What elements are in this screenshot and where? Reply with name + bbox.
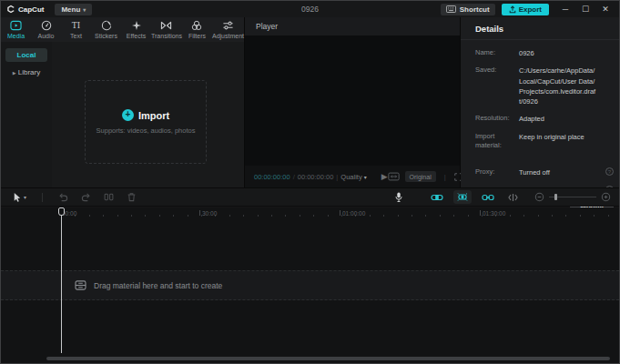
keyboard-icon: [446, 5, 456, 13]
media-icon: [10, 20, 22, 31]
ratio-original-button[interactable]: Original: [405, 171, 436, 182]
chevron-down-icon: ▾: [24, 194, 26, 200]
cursor-icon: [12, 192, 22, 203]
player-header: Player: [245, 17, 460, 35]
tab-stickers[interactable]: Stickers: [91, 17, 121, 42]
player-viewport[interactable]: [245, 35, 460, 166]
timeline-toolbar: ▾: [1, 187, 619, 207]
tab-adjustment[interactable]: Adjustment: [212, 17, 244, 42]
tab-effects[interactable]: Effects: [121, 17, 151, 42]
project-title: 0926: [301, 5, 319, 14]
close-button[interactable]: ✕: [595, 5, 615, 14]
import-hint: Supports: videos, audios, photos: [97, 126, 196, 135]
import-label: Import: [138, 110, 169, 121]
detail-label: Proxy:: [475, 167, 515, 177]
zoom-out-icon[interactable]: [534, 192, 544, 202]
plus-icon: +: [122, 109, 134, 121]
zoom-slider-thumb[interactable]: [554, 194, 557, 200]
player-controls: 00:00:00:00 / 00:00:00:00 | Quality ▾ ▶ …: [245, 166, 460, 187]
player-panel: Player 00:00:00:00 / 00:00:00:00 | Quali…: [245, 17, 461, 187]
audio-icon: [41, 20, 52, 31]
current-time: 00:00:00:00: [254, 173, 290, 181]
detail-value-resolution: Adapted: [519, 114, 597, 124]
export-button[interactable]: Export: [502, 4, 549, 15]
tab-audio[interactable]: Audio: [31, 17, 61, 42]
ruler-mark: 01:00:00: [340, 210, 365, 217]
media-panel: Media Audio TI Text Stickers: [1, 17, 245, 187]
timeline-zoom-control: [534, 192, 611, 202]
chevron-down-icon: ▾: [364, 174, 367, 180]
tab-transitions[interactable]: Transitions: [151, 17, 182, 42]
capcut-window: CapCut Menu ▾ 0926 Shortcut Export ─ ☐: [0, 0, 620, 364]
export-icon: [509, 5, 516, 14]
detail-value-proxy: Turned off: [519, 167, 597, 177]
titlebar: CapCut Menu ▾ 0926 Shortcut Export ─ ☐: [1, 1, 619, 17]
chevron-right-icon: ▶: [13, 70, 16, 76]
linkage-toggle[interactable]: [479, 191, 497, 204]
menu-button[interactable]: Menu ▾: [55, 4, 92, 15]
detail-label: Name:: [475, 48, 515, 58]
sticker-icon: [101, 20, 112, 31]
details-panel: Details Name: 0926 Saved: C:/Users/carhe…: [461, 17, 620, 187]
sidebar-item-library[interactable]: ▶ Library: [5, 66, 47, 79]
capcut-logo: CapCut: [6, 5, 44, 14]
total-duration: 00:00:00:00: [298, 173, 334, 181]
tab-text[interactable]: TI Text: [61, 17, 91, 42]
play-button[interactable]: ▶: [381, 172, 388, 181]
playhead[interactable]: [58, 207, 65, 353]
maximize-button[interactable]: ☐: [575, 5, 595, 14]
main-track-magnet-toggle[interactable]: [428, 191, 446, 204]
preview-axis-toggle[interactable]: [504, 191, 522, 204]
media-sidebar: Local ▶ Library: [1, 42, 52, 187]
detail-value-name: 0926: [519, 48, 597, 58]
clip-icon: [75, 280, 86, 290]
undo-button[interactable]: [56, 192, 71, 202]
detail-value-import-material: Keep in original place: [519, 132, 597, 142]
player-title: Player: [256, 22, 278, 31]
zoom-in-icon[interactable]: [601, 192, 611, 202]
redo-button[interactable]: [78, 192, 94, 202]
split-button[interactable]: [101, 192, 117, 202]
minimize-button[interactable]: ─: [555, 5, 575, 14]
microphone-icon: [394, 191, 403, 203]
auto-preview-toggle[interactable]: [453, 190, 472, 204]
detail-value-saved-path: C:/Users/carhe/AppData/Local/CapCut/User…: [519, 66, 597, 106]
ratio-icon[interactable]: [388, 172, 400, 181]
filters-icon: [191, 20, 202, 31]
playhead-line: [61, 215, 62, 353]
tab-filters[interactable]: Filters: [182, 17, 212, 42]
asset-tabbar: Media Audio TI Text Stickers: [1, 17, 244, 42]
detail-label: Resolution:: [475, 114, 515, 124]
info-icon[interactable]: ?: [605, 167, 614, 176]
record-voiceover-button[interactable]: [391, 191, 406, 203]
zoom-slider[interactable]: [549, 197, 596, 197]
timeline-empty-hint: Drag material here and start to create: [94, 281, 222, 290]
timeline[interactable]: 00:00 30:00 01:00:00 01:30:00 Drag mater…: [1, 207, 619, 363]
divider: [42, 193, 43, 202]
media-content: + Import Supports: videos, audios, photo…: [52, 42, 244, 187]
detail-label: Import material:: [475, 132, 515, 152]
tab-media[interactable]: Media: [1, 17, 31, 42]
chevron-down-icon: ▾: [83, 6, 86, 13]
ruler-mark: 01:30:00: [480, 210, 505, 217]
adjustment-icon: [222, 20, 234, 31]
quality-dropdown[interactable]: Quality ▾: [340, 173, 366, 181]
sidebar-item-local[interactable]: Local: [5, 48, 47, 62]
details-title: Details: [461, 17, 620, 40]
text-icon: TI: [72, 20, 80, 31]
timeline-horizontal-scrollbar[interactable]: [46, 357, 610, 360]
app-name: CapCut: [18, 5, 44, 14]
detail-label: Saved:: [475, 66, 515, 76]
delete-button[interactable]: [124, 192, 139, 202]
shortcut-button[interactable]: Shortcut: [441, 4, 495, 15]
effects-icon: [131, 20, 142, 31]
main-track-dropzone[interactable]: Drag material here and start to create: [1, 270, 619, 300]
select-tool-button[interactable]: ▾: [9, 192, 29, 203]
ruler-mark: 30:00: [199, 210, 217, 217]
transitions-icon: [160, 20, 172, 31]
details-rows-top: Name: 0926 Saved: C:/Users/carhe/AppData…: [461, 40, 620, 151]
capcut-logo-icon: [6, 5, 15, 14]
workspace: Media Audio TI Text Stickers: [1, 17, 620, 187]
import-dropzone[interactable]: + Import Supports: videos, audios, photo…: [85, 80, 207, 164]
